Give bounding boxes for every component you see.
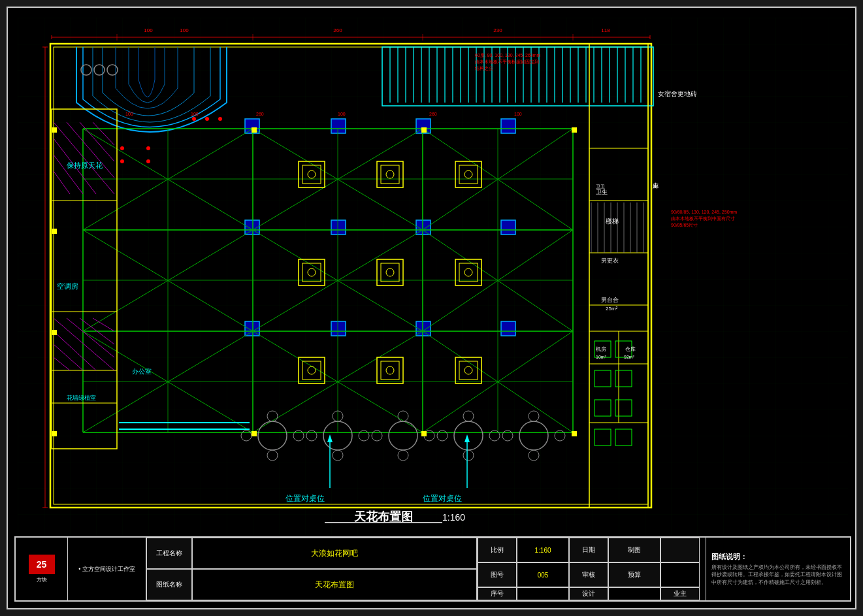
svg-text:男更衣: 男更衣 (601, 257, 619, 264)
title-logo: 25 方块 (16, 538, 68, 600)
svg-text:机房: 机房 (596, 346, 606, 352)
svg-point-210 (218, 117, 222, 121)
svg-rect-44 (501, 119, 515, 133)
svg-text:由本木地板不平衡到中面有尺寸: 由本木地板不平衡到中面有尺寸 (671, 216, 735, 221)
review-label: 审核 (569, 562, 608, 587)
logo-box: 25 (29, 555, 55, 574)
svg-rect-48 (501, 220, 515, 235)
svg-rect-46 (331, 220, 346, 235)
empty-cell (660, 562, 700, 587)
design-value (608, 587, 660, 600)
svg-point-209 (205, 117, 209, 121)
svg-text:天花布置图: 天花布置图 (353, 510, 413, 523)
svg-text:仓库: 仓库 (625, 346, 636, 352)
svg-rect-216 (52, 431, 57, 436)
review-value: 预算 (608, 562, 660, 587)
svg-text:260: 260 (256, 112, 264, 116)
owner-label: 业主 (660, 587, 700, 600)
svg-rect-219 (572, 127, 577, 133)
meta-fields: 比例 1:160 日期 制图 图号 005 审核 预算 序号 设计 业主 (478, 538, 706, 600)
svg-text:100: 100 (338, 112, 346, 116)
company-label: • 立方空间设计工作室 (78, 565, 135, 574)
svg-text:100: 100 (514, 112, 522, 116)
drawing-num-label: 图号 (478, 562, 517, 587)
date-label: 日期 (569, 538, 608, 562)
svg-text:1:160: 1:160 (442, 512, 465, 523)
drawing-num-value: 005 (517, 562, 569, 587)
svg-text:90/60/85, 130, 120, 245, 250mm: 90/60/85, 130, 120, 245, 250mm (671, 210, 737, 214)
svg-text:100: 100 (180, 27, 189, 33)
svg-text:92m²: 92m² (624, 355, 635, 359)
svg-text:260: 260 (429, 112, 437, 116)
drawing-name-label: 图纸名称 (146, 569, 192, 600)
notes-section: 图纸说明： 所有设计及图纸之产权均为本公司所有，未经书面授权不得抄袭或转用。工程… (706, 538, 850, 600)
svg-text:卫生: 卫生 (596, 189, 608, 195)
project-name-label: 工程名称 (146, 538, 192, 569)
svg-rect-52 (501, 321, 515, 336)
floor-plan-svg: 100 100 260 230 118 保持原天花 空调房 办公室 花墙绿植室 … (18, 18, 848, 540)
scale-label: 比例 (478, 538, 517, 562)
svg-text:由本木地板不平衡根据如固定到: 由本木地板不平衡根据如固定到 (475, 59, 539, 65)
project-name-value: 大浪如花网吧 (192, 538, 477, 569)
svg-text:保持原天花: 保持原天花 (67, 161, 103, 169)
svg-text:100: 100 (125, 112, 133, 116)
logo-subtext: 方块 (37, 576, 47, 583)
svg-rect-215 (52, 330, 57, 335)
project-fields: 工程名称 大浪如花网吧 图纸名称 天花布置图 (146, 538, 478, 600)
svg-text:结构之公: 结构之公 (475, 66, 493, 71)
svg-text:女宿舍更地砖: 女宿舍更地砖 (658, 90, 697, 97)
svg-rect-1 (18, 18, 848, 540)
svg-text:男台合: 男台合 (601, 297, 619, 303)
notes-title: 图纸说明： (711, 552, 845, 562)
svg-text:花墙绿植室: 花墙绿植室 (67, 395, 96, 401)
svg-rect-222 (572, 431, 577, 436)
svg-text:118: 118 (601, 27, 610, 33)
svg-text:空调房: 空调房 (57, 282, 78, 290)
svg-rect-217 (252, 127, 257, 133)
title-block: 25 方块 • 立方空间设计工作室 工程名称 大浪如花网吧 图纸名称 天花布置图… (14, 536, 851, 602)
svg-point-205 (120, 159, 124, 163)
svg-text:位置对桌位: 位置对桌位 (285, 494, 325, 503)
svg-text:位置对桌位: 位置对桌位 (423, 494, 462, 503)
svg-text:90/85/65尺寸: 90/85/65尺寸 (671, 223, 698, 227)
svg-text:100: 100 (191, 112, 199, 116)
svg-rect-50 (331, 321, 346, 336)
company-section: • 立方空间设计工作室 (68, 538, 146, 600)
svg-rect-213 (52, 127, 57, 133)
logo-number: 25 (37, 559, 47, 570)
svg-point-204 (120, 146, 124, 150)
svg-point-206 (146, 146, 150, 150)
svg-text:25m²: 25m² (606, 306, 618, 312)
svg-point-208 (192, 117, 196, 121)
drawing-name-value: 天花布置图 (192, 569, 477, 600)
svg-text:230: 230 (493, 27, 502, 33)
design-label: 设计 (569, 587, 608, 600)
svg-text:60度, 80, 100, 130, 245, 260mm: 60度, 80, 100, 130, 245, 260mm (475, 53, 541, 57)
svg-text:100: 100 (144, 27, 153, 33)
svg-text:办公室: 办公室 (132, 368, 152, 375)
svg-rect-42 (331, 119, 346, 133)
svg-text:卫卫: 卫卫 (596, 184, 605, 189)
svg-rect-214 (52, 229, 57, 234)
drawing-label: 制图 (608, 538, 660, 562)
svg-text:260: 260 (333, 27, 342, 33)
outer-border: 100 100 260 230 118 保持原天花 空调房 办公室 花墙绿植室 … (7, 7, 856, 609)
svg-text:楼梯: 楼梯 (606, 218, 619, 225)
seq-value (517, 587, 569, 600)
svg-rect-218 (421, 127, 427, 133)
svg-point-207 (146, 159, 150, 163)
seq-label: 序号 (478, 587, 517, 600)
scale-value: 1:160 (517, 538, 569, 562)
drawing-area: 100 100 260 230 118 保持原天花 空调房 办公室 花墙绿植室 … (18, 18, 848, 540)
svg-text:10m²: 10m² (596, 355, 607, 359)
svg-rect-220 (252, 431, 257, 436)
svg-rect-221 (421, 431, 427, 436)
drawing-value (660, 538, 700, 562)
notes-text: 所有设计及图纸之产权均为本公司所有，未经书面授权不得抄袭或转用。工程承接年鉴，如… (711, 564, 845, 586)
